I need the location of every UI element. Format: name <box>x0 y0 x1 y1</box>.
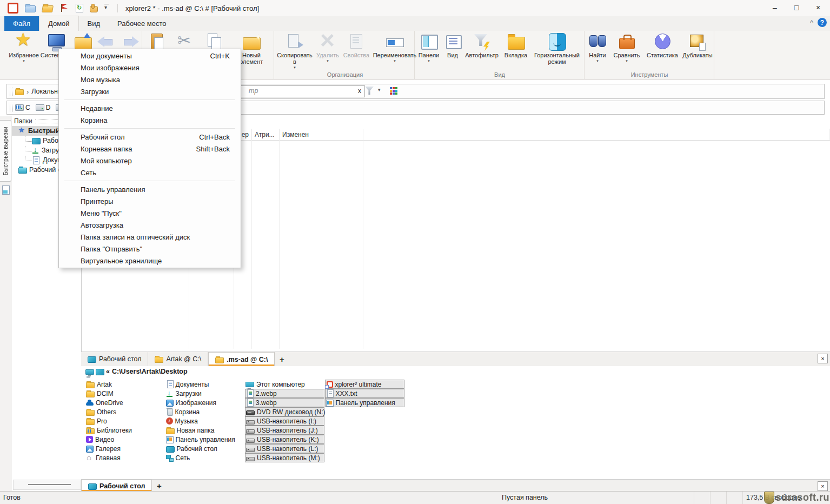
help-icon[interactable]: ? <box>818 18 827 27</box>
scrollbar-thumb[interactable] <box>28 484 71 485</box>
filter-funnel-icon[interactable] <box>365 87 374 95</box>
file-item[interactable]: DVD RW дисковод (N:) <box>245 407 324 416</box>
scrap-icon[interactable] <box>2 185 10 195</box>
folder-icon[interactable] <box>25 5 36 12</box>
menu-item-корзина[interactable]: Корзина <box>59 114 241 126</box>
menu-item-сеть[interactable]: Сеть <box>59 167 241 178</box>
file-item[interactable]: 2.webp <box>245 389 324 398</box>
file-item[interactable]: Сеть <box>165 453 245 462</box>
file-item[interactable]: Новая папка <box>165 426 245 435</box>
new-tab-button[interactable]: + <box>152 480 166 492</box>
refresh-icon[interactable] <box>76 4 83 12</box>
pane-tab-рабочий-стол[interactable]: Рабочий стол <box>81 480 152 492</box>
ribbon-button-найти[interactable]: Найти▾ <box>585 32 610 63</box>
clear-filter-icon[interactable]: x <box>358 87 361 95</box>
file-item[interactable]: Загрузки <box>165 389 245 398</box>
tree-horizontal-scrollbar[interactable] <box>13 480 81 490</box>
file-item[interactable]: OneDrive <box>85 398 165 407</box>
quick-scraps-vertical-tab[interactable]: Быстрые вырезки <box>0 120 11 182</box>
ribbon-button-вид[interactable]: Вид <box>442 32 463 58</box>
thumb-icon[interactable] <box>90 6 98 12</box>
file-item[interactable]: Видео <box>85 435 165 444</box>
file-item[interactable]: Документы <box>165 380 245 389</box>
pane-tab-рабочий-стол[interactable]: Рабочий стол <box>81 352 148 366</box>
ribbon-button-скопировать-в[interactable]: Скопировать в▾ <box>276 32 314 69</box>
file-item[interactable]: Pro <box>85 416 165 426</box>
pane-tab--ms-ad-c-[interactable]: .ms-ad @ C:\ <box>208 352 275 366</box>
file-item[interactable]: Изображения <box>165 398 245 407</box>
menu-item-недавние[interactable]: Недавние <box>59 102 241 114</box>
file-item[interactable]: DCIM <box>85 389 165 398</box>
grip-handle-icon[interactable] <box>10 88 12 96</box>
file-item[interactable]: Главная <box>85 453 165 462</box>
folder-icon <box>15 89 24 95</box>
column-header-Атри...[interactable]: Атри... <box>252 129 280 140</box>
menu-item-корневая-папка[interactable]: Корневая папкаShift+Back <box>59 143 241 155</box>
file-item[interactable]: Галерея <box>85 444 165 453</box>
file-item[interactable]: USB-накопитель (M:) <box>245 453 324 462</box>
minimize-button[interactable]: – <box>764 0 786 15</box>
chevdown-icon[interactable] <box>104 4 110 12</box>
bottom-pane-path-bar[interactable]: « C:\Users\Artak\Desktop <box>81 366 830 377</box>
drive-button-C[interactable]: C <box>15 104 30 111</box>
collapse-ribbon-icon[interactable]: ^ <box>810 18 813 26</box>
ribbon-button-свойства[interactable]: Свойства <box>342 32 371 58</box>
menu-item-панель-управления[interactable]: Панель управления <box>59 183 241 195</box>
close-pane-icon[interactable]: × <box>818 354 828 363</box>
menu-item-папка-записи-на-оптический-диск[interactable]: Папка записи на оптический диск <box>59 231 241 243</box>
file-item[interactable]: xplorer² ultimate <box>325 380 404 389</box>
ribbon-button-автофильтр[interactable]: Автофильтр <box>463 32 501 58</box>
file-item[interactable]: USB-накопитель (L:) <box>245 444 324 453</box>
file-item[interactable]: Библиотеки <box>85 426 165 435</box>
menu-item-папка-отправить-[interactable]: Папка "Отправить" <box>59 243 241 255</box>
drive-button-D[interactable]: D <box>36 104 51 111</box>
flag-icon[interactable] <box>59 4 69 12</box>
menu-item-загрузки[interactable]: Загрузки <box>59 85 241 97</box>
menu-item-мои-изображения[interactable]: Мои изображения <box>59 62 241 74</box>
file-item[interactable]: USB-накопитель (I:) <box>245 416 324 426</box>
close-pane-icon[interactable]: × <box>818 481 828 491</box>
maximize-button[interactable]: □ <box>786 0 807 15</box>
file-item[interactable]: USB-накопитель (K:) <box>245 435 324 444</box>
pane-tab-artak-c-[interactable]: Artak @ C:\ <box>148 352 208 366</box>
ribbon-button-панели[interactable]: Панели▾ <box>415 32 442 63</box>
column-header-Изменен[interactable]: Изменен <box>280 129 363 140</box>
openfolder-icon[interactable] <box>42 5 54 12</box>
file-item[interactable]: Музыка <box>165 416 245 426</box>
ribbon-button-вкладка[interactable]: Вкладка <box>501 32 531 58</box>
ribbon-button-переименовать[interactable]: Переименовать▾ <box>371 32 419 63</box>
column-header[interactable] <box>363 129 829 140</box>
file-item[interactable]: Корзина <box>165 407 245 416</box>
ribbon-button-горизонтальный-режим[interactable]: Горизонтальный режим <box>531 32 583 65</box>
menu-item-виртуальное-хранилище[interactable]: Виртуальное хранилище <box>59 255 241 267</box>
file-item[interactable]: Others <box>85 407 165 416</box>
file-item[interactable]: Панель управления <box>165 435 245 444</box>
file-item[interactable]: 3.webp <box>245 398 324 407</box>
file-item[interactable]: USB-накопитель (J:) <box>245 426 324 435</box>
ribbon-button-удалить[interactable]: Удалить▾ <box>314 32 342 63</box>
new-tab-button[interactable]: + <box>275 352 289 366</box>
ribbon-button-сравнить[interactable]: Сравнить▾ <box>610 32 643 63</box>
file-item[interactable]: Панель управления <box>325 398 404 407</box>
file-item[interactable]: Artak <box>85 380 165 389</box>
menu-item-моя-музыка[interactable]: Моя музыка <box>59 74 241 85</box>
tab-вид[interactable]: Вид <box>79 16 109 31</box>
menu-item-автозагрузка[interactable]: Автозагрузка <box>59 219 241 231</box>
ribbon-button-статистика[interactable]: Статистика <box>643 32 681 58</box>
ribbon-button-избранное[interactable]: Избранное▾ <box>6 32 41 63</box>
file-item[interactable]: XXX.txt <box>325 389 404 398</box>
file-item[interactable]: Рабочий стол <box>165 444 245 453</box>
grip-handle-icon[interactable] <box>10 104 12 112</box>
color-coding-icon[interactable] <box>390 87 398 95</box>
menu-item-рабочий-стол[interactable]: Рабочий столCtrl+Back <box>59 131 241 143</box>
filter-dropdown-chevron-icon[interactable]: ▾ <box>378 87 381 92</box>
menu-item-мой-компьютер[interactable]: Мой компьютер <box>59 155 241 167</box>
menu-item-меню-пуск-[interactable]: Меню "Пуск" <box>59 207 241 219</box>
tab-рабочее-место[interactable]: Рабочее место <box>109 16 175 31</box>
menu-item-принтеры[interactable]: Принтеры <box>59 195 241 207</box>
tab-домой[interactable]: Домой <box>39 16 79 31</box>
close-button[interactable]: × <box>807 0 829 15</box>
file-item[interactable]: Этот компьютер <box>245 380 324 389</box>
menu-item-мои-документы[interactable]: Мои документыCtrl+K <box>59 50 241 62</box>
ribbon-button-дубликаты[interactable]: Дубликаты <box>681 32 714 58</box>
